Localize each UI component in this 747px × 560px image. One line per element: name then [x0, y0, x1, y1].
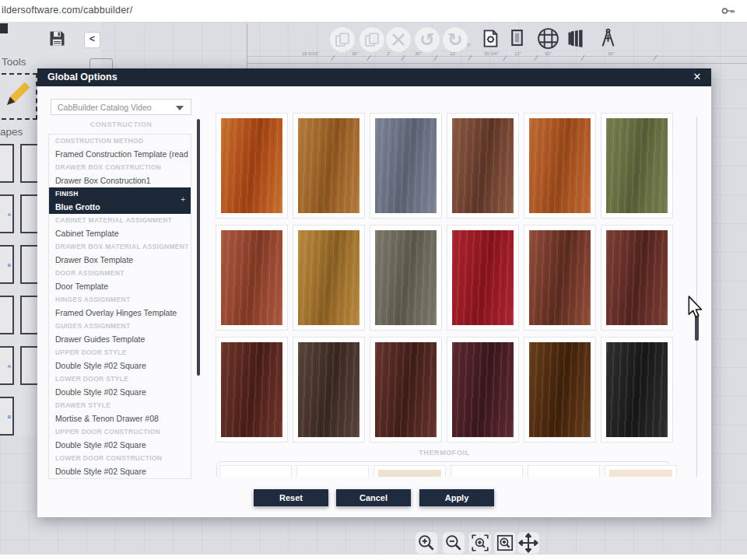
apply-button[interactable]: Apply [419, 489, 494, 506]
finish-swatch-card[interactable] [293, 113, 365, 219]
finish-swatch-card[interactable] [370, 113, 442, 219]
grid-view-button[interactable] [535, 26, 561, 51]
option-item[interactable]: Cabinet Template [49, 227, 191, 240]
options-scrollbar[interactable] [197, 119, 200, 376]
app-window: ildersoftware.com/cabbuilder/ < Tools [0, 0, 747, 560]
zoom-in-button[interactable] [416, 532, 437, 554]
finish-swatch [221, 118, 282, 213]
dimension-label: 30" [415, 51, 422, 56]
option-label: UPPER DOOR STYLE [49, 346, 191, 359]
finish-swatch [375, 118, 437, 213]
shape-thumbnail[interactable]: B [0, 245, 14, 284]
close-icon[interactable]: ✕ [691, 71, 703, 82]
thermofoil-swatch-card[interactable] [528, 465, 600, 477]
copy-button[interactable] [330, 27, 355, 52]
finish-swatch-card[interactable] [601, 113, 673, 219]
option-item-selected[interactable]: FINISHBlue Grotto+ [49, 187, 191, 214]
thermofoil-swatch-card[interactable] [219, 465, 292, 477]
finish-swatch-card[interactable] [601, 337, 673, 443]
delete-button[interactable] [386, 27, 411, 52]
finish-swatch-card[interactable] [370, 337, 442, 443]
expand-plus-icon[interactable]: + [181, 195, 185, 204]
option-item[interactable]: Mortise & Tenon Drawer #08 [49, 412, 191, 425]
zoom-selection-button[interactable] [469, 532, 491, 554]
browser-address-bar[interactable]: ildersoftware.com/cabbuilder/ [0, 0, 747, 23]
shape-letter: A [8, 364, 11, 369]
redo-button[interactable]: ↻ [443, 27, 468, 52]
option-item[interactable]: Framed Overlay Hinges Template [49, 306, 191, 320]
delete-icon [390, 31, 407, 48]
option-label: LOWER DOOR STYLE [49, 373, 191, 386]
shape-thumbnail[interactable]: A [0, 346, 14, 385]
finish-swatch-card[interactable] [447, 113, 519, 219]
zoom-fit-button[interactable] [494, 532, 516, 554]
thermofoil-swatch [224, 470, 287, 477]
finish-swatch [606, 230, 668, 325]
thermofoil-swatch-card[interactable] [451, 465, 523, 477]
door-view-button[interactable] [507, 28, 527, 47]
catalog-select[interactable]: CabBuilder Catalog Video [51, 99, 191, 115]
measure-tool-button[interactable] [598, 27, 619, 48]
finish-swatch-card[interactable] [216, 113, 288, 219]
option-item[interactable]: Double Style #02 Square [49, 465, 191, 478]
dimension-label: 2" [387, 51, 391, 56]
zoom-out-button[interactable] [443, 532, 465, 554]
document-settings-button[interactable] [480, 28, 501, 49]
global-options-dialog: Global Options ✕ CabBuilder Catalog Vide… [37, 68, 711, 517]
thermofoil-swatch-card[interactable] [296, 465, 369, 477]
thermofoil-swatch-grid [219, 465, 677, 477]
option-item[interactable]: Drawer Box Construction1 [49, 174, 191, 187]
collapse-panel-button[interactable]: < [84, 32, 100, 48]
option-label: UPPER DOOR CONSTRUCTION [49, 425, 191, 439]
dialog-title-bar[interactable]: Global Options ✕ [37, 68, 711, 86]
option-item[interactable]: Framed Construction Template (read ... [49, 148, 191, 161]
save-button[interactable] [47, 28, 68, 49]
shape-thumbnail[interactable] [0, 144, 14, 183]
shape-thumbnail[interactable] [0, 296, 14, 334]
finish-swatch-grid [216, 113, 673, 443]
finish-swatch-card[interactable] [216, 225, 288, 331]
option-item[interactable]: Double Style #02 Square [49, 439, 191, 452]
finish-swatch-card[interactable] [601, 225, 673, 331]
finish-swatch-card[interactable] [524, 113, 596, 219]
pan-icon [517, 532, 539, 554]
option-item[interactable]: Drawer Box Template [49, 254, 191, 267]
finish-swatch-card[interactable] [524, 337, 596, 443]
thermofoil-group-box [216, 461, 670, 477]
menu-fragment-icon[interactable] [0, 23, 8, 33]
option-item[interactable]: Door Template [49, 280, 191, 293]
finish-swatch-card[interactable] [447, 337, 519, 443]
option-item[interactable]: Double Style #02 Square [49, 359, 191, 373]
dimension-label: 30" [545, 51, 552, 56]
reset-button[interactable]: Reset [254, 489, 328, 506]
save-icon [47, 28, 68, 49]
elevation-view-button[interactable] [565, 28, 586, 49]
thermofoil-swatch-card[interactable] [374, 465, 446, 477]
mouse-cursor [688, 296, 703, 319]
catalog-select-value: CabBuilder Catalog Video [58, 103, 152, 112]
paste-button[interactable] [359, 27, 384, 52]
key-icon[interactable] [720, 2, 737, 23]
finish-swatch-card[interactable] [293, 225, 365, 331]
shape-thumbnail[interactable]: B [0, 397, 14, 436]
pencil-selection-box[interactable] [0, 73, 37, 120]
option-item[interactable]: Double Style #02 Square [49, 386, 191, 399]
finish-swatch-card[interactable] [447, 225, 519, 331]
option-label: GUIDES ASSIGNMENT [49, 320, 191, 333]
undo-button[interactable]: ↺ [415, 27, 440, 52]
finish-swatch-card[interactable] [293, 337, 365, 443]
cancel-button[interactable]: Cancel [336, 489, 411, 506]
finish-swatch-card[interactable] [370, 225, 442, 331]
option-label: LOWER DOOR CONSTRUCTION [49, 452, 191, 465]
pencil-tool-icon[interactable] [2, 78, 34, 110]
thermofoil-swatch [455, 470, 518, 477]
pan-button[interactable] [517, 532, 539, 554]
thermofoil-swatch [301, 470, 364, 477]
thermofoil-swatch-card[interactable] [605, 465, 677, 477]
finish-swatch-card[interactable] [216, 337, 288, 443]
shape-thumbnail[interactable]: A [0, 194, 14, 233]
finish-swatch [298, 230, 359, 325]
finish-swatch-card[interactable] [524, 225, 596, 331]
options-list: CONSTRUCTION METHODFramed Construction T… [48, 134, 191, 479]
option-item[interactable]: Drawer Guides Template [49, 333, 191, 346]
